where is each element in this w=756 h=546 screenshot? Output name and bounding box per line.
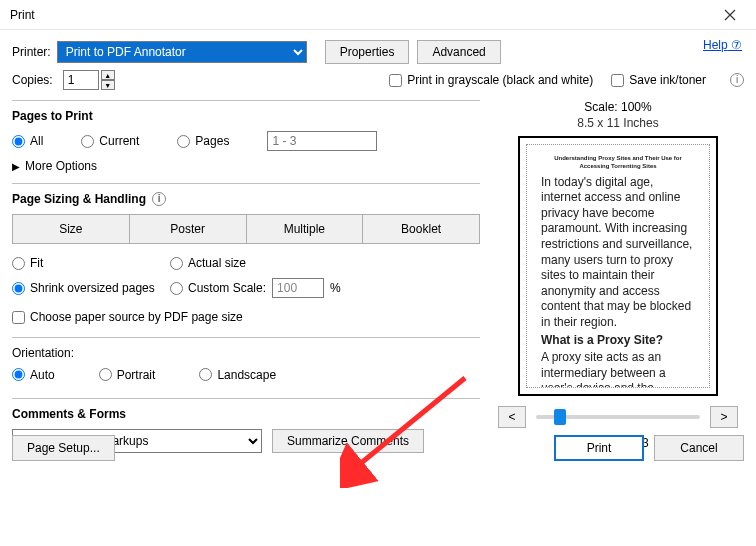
grayscale-checkbox[interactable]: Print in grayscale (black and white) xyxy=(389,73,593,87)
titlebar: Print xyxy=(0,0,756,30)
help-link[interactable]: Help ⑦ xyxy=(703,38,742,52)
orientation-portrait-radio[interactable]: Portrait xyxy=(99,368,156,382)
size-tab[interactable]: Size xyxy=(12,214,130,244)
page-setup-button[interactable]: Page Setup... xyxy=(12,435,115,461)
info-icon: i xyxy=(730,73,744,87)
pages-title: Pages to Print xyxy=(12,109,480,123)
pages-range-input[interactable] xyxy=(267,131,377,151)
properties-button[interactable]: Properties xyxy=(325,40,410,64)
help-icon: ⑦ xyxy=(731,38,742,52)
orientation-section: Orientation: Auto Portrait Landscape xyxy=(12,337,480,398)
copies-label: Copies: xyxy=(12,73,53,87)
dialog-title: Print xyxy=(10,8,712,22)
preview-scale: Scale: 100% xyxy=(492,100,744,114)
page-slider[interactable] xyxy=(536,415,700,419)
preview-pane: Scale: 100% 8.5 x 11 Inches Understandin… xyxy=(480,100,744,463)
custom-scale-input[interactable] xyxy=(272,278,324,298)
cancel-button[interactable]: Cancel xyxy=(654,435,744,461)
preview-dimensions: 8.5 x 11 Inches xyxy=(492,116,744,130)
handling-title: Page Sizing & Handlingi xyxy=(12,192,480,206)
pages-all-radio[interactable]: All xyxy=(12,134,43,148)
pages-current-radio[interactable]: Current xyxy=(81,134,139,148)
handling-section: Page Sizing & Handlingi Size Poster Mult… xyxy=(12,183,480,337)
orientation-title: Orientation: xyxy=(12,346,480,360)
shrink-radio[interactable]: Shrink oversized pages xyxy=(12,281,170,295)
next-page-button[interactable]: > xyxy=(710,406,738,428)
print-button[interactable]: Print xyxy=(554,435,644,461)
more-options-toggle[interactable]: ▶More Options xyxy=(12,159,97,173)
chevron-right-icon: ▶ xyxy=(12,161,20,172)
slider-thumb[interactable] xyxy=(554,409,566,425)
orientation-landscape-radio[interactable]: Landscape xyxy=(199,368,276,382)
prev-page-button[interactable]: < xyxy=(498,406,526,428)
orientation-auto-radio[interactable]: Auto xyxy=(12,368,55,382)
poster-tab[interactable]: Poster xyxy=(130,214,247,244)
close-icon xyxy=(724,9,736,21)
copies-spinner[interactable]: ▲▼ xyxy=(101,70,115,90)
paper-source-checkbox[interactable]: Choose paper source by PDF page size xyxy=(12,310,243,324)
printer-label: Printer: xyxy=(12,45,51,59)
save-ink-checkbox[interactable]: Save ink/toner xyxy=(611,73,706,87)
copies-input[interactable] xyxy=(63,70,99,90)
pages-range-radio[interactable]: Pages xyxy=(177,134,229,148)
printer-select[interactable]: Print to PDF Annotator xyxy=(57,41,307,63)
info-icon: i xyxy=(152,192,166,206)
page-preview: Understanding Proxy Sites and Their Use … xyxy=(518,136,718,396)
fit-radio[interactable]: Fit xyxy=(12,256,170,270)
comments-title: Comments & Forms xyxy=(12,407,480,421)
advanced-button[interactable]: Advanced xyxy=(417,40,500,64)
custom-scale-radio[interactable]: Custom Scale: xyxy=(170,281,266,295)
booklet-tab[interactable]: Booklet xyxy=(363,214,480,244)
close-button[interactable] xyxy=(712,3,748,27)
actual-size-radio[interactable]: Actual size xyxy=(170,256,246,270)
pages-section: Pages to Print All Current Pages ▶More O… xyxy=(12,100,480,183)
multiple-tab[interactable]: Multiple xyxy=(247,214,364,244)
